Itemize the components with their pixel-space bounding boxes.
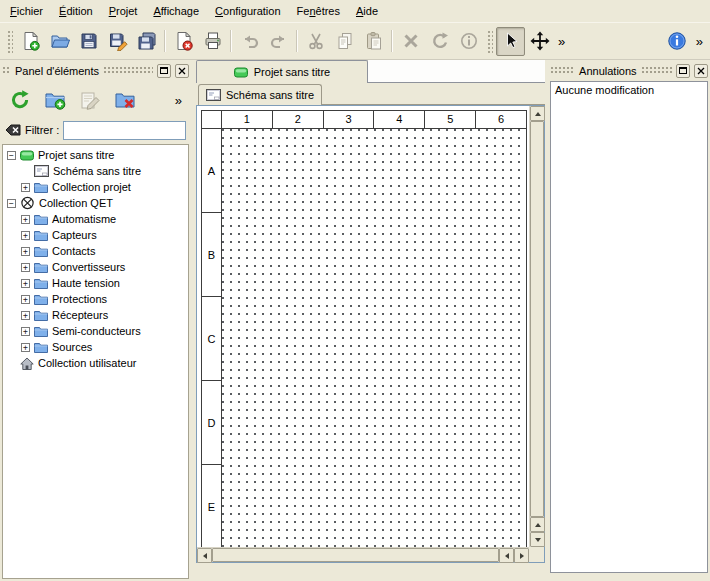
- expander-plus-icon[interactable]: +: [21, 263, 30, 272]
- expander-plus-icon[interactable]: +: [21, 343, 30, 352]
- tree-item-protections[interactable]: +Protections: [3, 291, 188, 307]
- expander-plus-icon[interactable]: +: [21, 215, 30, 224]
- expander-plus-icon[interactable]: +: [21, 183, 30, 192]
- tree-item-contacts[interactable]: +Contacts: [3, 243, 188, 259]
- project-tabbar: Projet sans titre: [196, 60, 545, 83]
- tree-item-schema-sans-titre[interactable]: Schéma sans titre: [3, 163, 188, 179]
- scroll-up-button-bottom[interactable]: [530, 517, 545, 532]
- reload-collections-button[interactable]: [5, 85, 35, 115]
- paste-button[interactable]: [359, 27, 388, 56]
- undo-panel-close-button[interactable]: [694, 64, 708, 78]
- undo-empty-item[interactable]: Aucune modification: [553, 83, 705, 97]
- scrollbar-corner: [529, 547, 544, 562]
- tree-item-haute-tension[interactable]: +Haute tension: [3, 275, 188, 291]
- close-file-button[interactable]: [169, 27, 198, 56]
- save-all-button[interactable]: [132, 27, 161, 56]
- tree-item-collection-utilisateur[interactable]: Collection utilisateur: [3, 355, 188, 371]
- menu-affichage[interactable]: Affichage: [145, 2, 207, 21]
- column-header: 6: [476, 111, 526, 128]
- save-button[interactable]: [74, 27, 103, 56]
- delete-category-button[interactable]: [110, 85, 140, 115]
- elements-panel-float-button[interactable]: [157, 64, 171, 78]
- folder-plus-icon: [44, 89, 66, 111]
- toolbar-overflow-chevron[interactable]: »: [554, 34, 569, 49]
- expander-minus-icon[interactable]: −: [7, 199, 16, 208]
- scroll-up-button[interactable]: [530, 106, 545, 121]
- menu-configuration[interactable]: Configuration: [207, 2, 288, 21]
- redo-button[interactable]: [264, 27, 293, 56]
- tab-projet-sans-titre[interactable]: Projet sans titre: [196, 60, 368, 83]
- new-document-button[interactable]: [16, 27, 45, 56]
- cut-button[interactable]: [301, 27, 330, 56]
- menu-fichier[interactable]: Fichier: [2, 2, 51, 21]
- diagram-canvas[interactable]: [222, 129, 526, 547]
- tree-item-collection-qet[interactable]: −Collection QET: [3, 195, 188, 211]
- scroll-left-button-right[interactable]: [499, 548, 514, 563]
- expander-plus-icon[interactable]: +: [21, 327, 30, 336]
- folder-icon: [34, 230, 48, 241]
- tree-item-semi-conducteurs[interactable]: +Semi-conducteurs: [3, 323, 188, 339]
- elements-tree: −Projet sans titreSchéma sans titre+Coll…: [2, 144, 189, 579]
- vertical-scrollbar-thumb[interactable]: [530, 121, 544, 517]
- about-button[interactable]: [663, 27, 692, 56]
- expander-plus-icon[interactable]: +: [21, 311, 30, 320]
- elements-panel-close-button[interactable]: [175, 64, 189, 78]
- tree-item-convertisseurs[interactable]: +Convertisseurs: [3, 259, 188, 275]
- dock-drag-grip[interactable]: [2, 66, 11, 75]
- expander-plus-icon[interactable]: +: [21, 231, 30, 240]
- dock-drag-grip[interactable]: [103, 66, 153, 75]
- tree-item-label: Automatisme: [52, 213, 116, 225]
- undo-panel-float-button[interactable]: [676, 64, 690, 78]
- menu-edition[interactable]: Édition: [51, 2, 101, 21]
- print-button[interactable]: [198, 27, 227, 56]
- toolbar-overflow-chevron[interactable]: »: [692, 34, 707, 49]
- menu-projet[interactable]: Projet: [101, 2, 146, 21]
- expander-plus-icon[interactable]: +: [21, 295, 30, 304]
- schema-icon: [206, 89, 221, 101]
- dock-drag-grip[interactable]: [641, 66, 672, 75]
- horizontal-scrollbar-thumb[interactable]: [212, 548, 499, 562]
- row-header: B: [202, 213, 221, 297]
- vertical-scrollbar: [529, 106, 544, 547]
- tree-item-capteurs[interactable]: +Capteurs: [3, 227, 188, 243]
- scroll-down-button[interactable]: [530, 532, 545, 547]
- edit-category-button[interactable]: [75, 85, 105, 115]
- tree-item-collection-projet[interactable]: +Collection projet: [3, 179, 188, 195]
- undo-button[interactable]: [235, 27, 264, 56]
- properties-button[interactable]: [454, 27, 483, 56]
- column-header: 2: [273, 111, 324, 128]
- menu-fenetres[interactable]: Fenêtres: [289, 2, 348, 21]
- delete-button[interactable]: [396, 27, 425, 56]
- pan-mode-button[interactable]: [525, 27, 554, 56]
- diagram-sheet[interactable]: 123456 ABCDE: [201, 110, 527, 547]
- expander-plus-icon[interactable]: +: [21, 247, 30, 256]
- open-project-button[interactable]: [45, 27, 74, 56]
- menu-aide[interactable]: Aide: [348, 2, 386, 21]
- new-category-button[interactable]: [40, 85, 70, 115]
- open-folder-icon: [50, 31, 70, 51]
- rotate-button[interactable]: [425, 27, 454, 56]
- toolbar-handle[interactable]: [6, 29, 13, 53]
- tree-item-automatisme[interactable]: +Automatisme: [3, 211, 188, 227]
- select-mode-button[interactable]: [496, 27, 525, 56]
- filter-input[interactable]: [63, 121, 186, 140]
- copy-button[interactable]: [330, 27, 359, 56]
- tree-item-label: Collection utilisateur: [38, 357, 136, 369]
- tree-item-label: Protections: [52, 293, 107, 305]
- schema-tab-label: Schéma sans titre: [226, 89, 314, 101]
- expander-plus-icon[interactable]: +: [21, 279, 30, 288]
- expander-minus-icon[interactable]: −: [7, 151, 16, 160]
- save-as-button[interactable]: [103, 27, 132, 56]
- dock-drag-grip[interactable]: [550, 66, 575, 75]
- tree-item-recepteurs[interactable]: +Récepteurs: [3, 307, 188, 323]
- elements-toolbar-overflow[interactable]: »: [171, 93, 186, 108]
- scroll-left-button[interactable]: [197, 548, 212, 563]
- scroll-right-button[interactable]: [514, 548, 529, 563]
- toolbar-handle[interactable]: [486, 29, 493, 53]
- tree-item-sources[interactable]: +Sources: [3, 339, 188, 355]
- sheet-body: ABCDE: [202, 129, 526, 547]
- clear-filter-button[interactable]: [5, 123, 21, 137]
- tab-schema-sans-titre[interactable]: Schéma sans titre: [198, 84, 322, 105]
- tree-item-projet-sans-titre[interactable]: −Projet sans titre: [3, 147, 188, 163]
- arrow-left-icon: [505, 553, 509, 559]
